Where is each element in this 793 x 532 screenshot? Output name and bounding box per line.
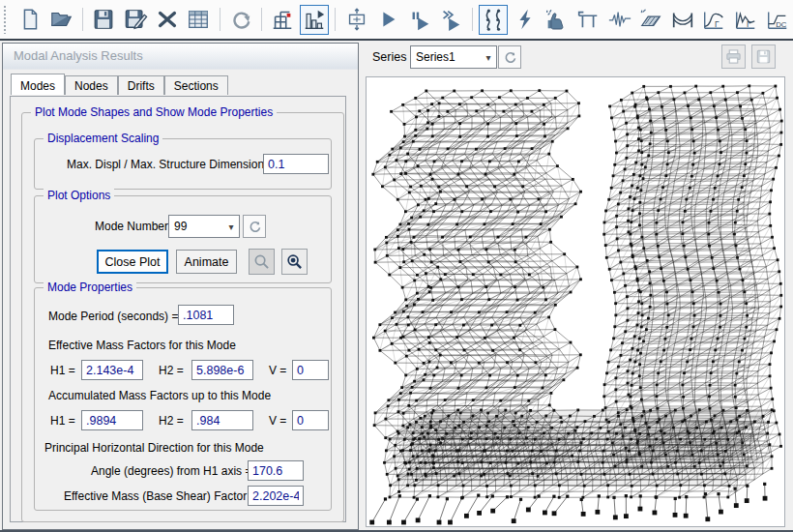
zoom-in-button[interactable] (281, 249, 308, 275)
toolbar-separator (82, 8, 83, 31)
eff-h1-value (81, 360, 143, 380)
play-icon (375, 7, 400, 32)
principal-direction-label: Principal Horizontal Direction for this … (44, 441, 264, 455)
series-refresh-button[interactable] (498, 45, 521, 69)
general-pushover-button[interactable] (636, 5, 666, 35)
acc-v-label: V = (269, 414, 286, 428)
mode-refresh-button[interactable] (243, 215, 266, 238)
hatched-slab-icon (638, 7, 663, 32)
catenary-net-icon (670, 7, 695, 32)
usage-ratios-button[interactable] (542, 5, 572, 35)
thumbs-up-icon (543, 7, 569, 32)
tab-drifts[interactable]: Drifts (118, 75, 164, 95)
save-as-button[interactable] (121, 5, 151, 35)
hysteresis-loop-1-button[interactable]: Γ (699, 5, 729, 35)
tab-modes[interactable]: Modes (11, 74, 65, 95)
base-shear-label: Effective Mass (Base Shear) Factor = (64, 489, 242, 503)
open-folder-icon (49, 7, 74, 32)
tab-sections[interactable]: Sections (164, 75, 228, 95)
series-select[interactable]: Series1 ▾ (410, 45, 497, 69)
svg-text:DC: DC (776, 20, 787, 29)
mode-properties-group: Mode Properties Mode Period (seconds) = … (34, 287, 332, 511)
lightning-bolt-icon (513, 7, 538, 32)
displacement-scaling-group: Displacement Scaling Max. Displ / Max. S… (34, 138, 332, 190)
resize-frame-icon (344, 7, 369, 32)
toolbar-separator (472, 8, 473, 31)
effective-mass-label: Effective Mass Factors for this Mode (48, 339, 236, 352)
series-value: Series1 (411, 50, 481, 64)
fast-forward-play-icon (438, 7, 463, 32)
energy-balance-button[interactable] (510, 5, 540, 35)
save-as-icon (123, 7, 148, 32)
svg-text:Γ: Γ (715, 19, 720, 29)
eff-v-value (292, 360, 329, 380)
print-button[interactable] (721, 44, 746, 69)
animate-button[interactable]: Animate (176, 250, 237, 274)
application-window: Γ Γ DC Modal Analysis Results Modes Node… (0, 0, 793, 532)
angle-value (248, 460, 304, 481)
model-plot-area[interactable] (366, 76, 785, 527)
pushover-plot-button[interactable] (573, 5, 603, 35)
toolbar-separator (261, 8, 262, 31)
tables-button[interactable] (184, 5, 214, 35)
save-button[interactable] (89, 5, 119, 35)
demand-capacity-button[interactable]: DC (762, 5, 792, 35)
panel-title: Modal Analysis Results (3, 44, 358, 70)
mode-properties-caption: Mode Properties (44, 281, 136, 294)
chevron-down-icon: ▾ (223, 222, 239, 232)
curve-dc-icon: DC (765, 7, 790, 32)
toolbar-separator (335, 8, 336, 31)
mode-number-select[interactable]: 99 ▾ (168, 215, 240, 238)
delete-x-icon (155, 7, 180, 32)
angle-label: Angle (degrees) from H1 axis = (91, 464, 242, 478)
eff-h2-label: H2 = (159, 364, 184, 377)
modes-tab-page: Plot Mode Shapes and Show Mode Propertie… (10, 96, 346, 522)
refresh-icon (503, 50, 517, 65)
magnifier-out-icon (253, 253, 270, 270)
redo-circle-arrow-icon (228, 7, 253, 32)
chevron-down-icon: ▾ (481, 52, 496, 63)
analysis-results-button[interactable] (300, 5, 330, 35)
base-shear-value (248, 486, 304, 506)
save-plot-button[interactable] (751, 44, 776, 69)
new-file-icon (17, 7, 43, 32)
floppy-save-icon (755, 48, 772, 65)
plot-options-group: Plot Options Mode Number 99 ▾ Close Plot… (34, 195, 332, 283)
pause-play-icon (407, 7, 432, 32)
toolbar-grip[interactable] (3, 5, 8, 34)
toolbar-separator (220, 8, 220, 31)
tab-strip: Modes Nodes Drifts Sections (11, 75, 228, 95)
open-model-button[interactable] (47, 5, 77, 35)
mode-number-label: Mode Number (95, 220, 168, 233)
run-analysis-button[interactable] (373, 5, 403, 35)
run-step-button[interactable] (405, 5, 435, 35)
new-file-button[interactable] (15, 5, 45, 35)
save-icon (91, 7, 116, 32)
run-fast-button[interactable] (436, 5, 466, 35)
redo-button[interactable] (226, 5, 256, 35)
mode-shapes-button[interactable] (479, 5, 509, 35)
hysteresis-loop-2-button[interactable]: Γ (731, 5, 761, 35)
frame-bench-icon (575, 7, 601, 32)
zoom-out-button[interactable] (249, 249, 275, 275)
seismic-wave-icon (607, 7, 632, 32)
deflected-shape-button[interactable] (667, 5, 697, 35)
delete-button[interactable] (152, 5, 182, 35)
close-plot-button[interactable]: Close Plot (97, 250, 168, 274)
set-scale-button[interactable] (341, 5, 371, 35)
acc-h1-label: H1 = (50, 414, 75, 428)
mode-number-value: 99 (169, 220, 223, 233)
curve-gamma-spike-icon: Γ (733, 7, 758, 32)
define-structure-button[interactable] (268, 5, 298, 35)
displacement-scaling-caption: Displacement Scaling (44, 132, 162, 145)
max-displ-input[interactable] (263, 154, 329, 174)
svg-text:Γ: Γ (747, 19, 751, 29)
tab-nodes[interactable]: Nodes (65, 75, 118, 95)
bar-chart-play-icon (302, 7, 327, 32)
eff-h2-value (191, 360, 253, 380)
acc-v-value (292, 410, 329, 430)
main-group: Plot Mode Shapes and Show Mode Propertie… (21, 112, 344, 522)
structure-crane-icon (270, 7, 295, 32)
eff-h1-label: H1 = (50, 364, 75, 377)
time-history-button[interactable] (604, 5, 634, 35)
